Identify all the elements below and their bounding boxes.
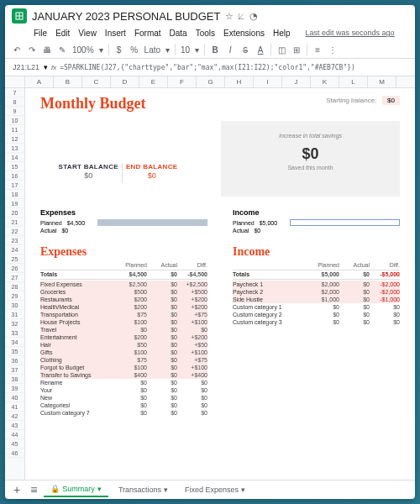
menu-view[interactable]: View [78,29,97,38]
sheets-logo-icon[interactable] [12,8,27,24]
row-header[interactable]: 11 [5,125,24,134]
row-header[interactable]: 41 [5,402,24,412]
row-header[interactable]: 24 [5,245,24,255]
row-header[interactable]: 33 [5,328,24,338]
row-header[interactable]: 13 [5,144,24,153]
table-row[interactable]: House Projects$100$0+$100 [40,318,207,326]
cloud-icon[interactable]: ◔ [249,11,258,22]
table-row[interactable]: Custom category 3$0$0$0 [233,318,400,326]
chevron-down-icon[interactable]: ▾ [99,45,103,55]
table-row[interactable]: Paycheck 1$2,000$0-$2,000 [233,281,400,288]
bold-icon[interactable]: B [210,45,220,55]
table-row[interactable]: Categories!$0$0$0 [40,402,207,409]
row-header[interactable]: 40 [5,393,24,402]
font-select[interactable]: Lato [144,45,160,55]
chevron-down-icon[interactable]: ▾ [195,45,199,55]
row-header[interactable]: 23 [5,236,24,245]
row-header[interactable]: 10 [5,116,24,125]
col-header[interactable]: A [25,76,54,87]
text-color-icon[interactable]: A [255,45,265,55]
tab-fixed-expenses[interactable]: Fixed Expenses▾ [178,483,252,496]
col-header[interactable]: I [254,76,282,87]
menu-insert[interactable]: Insert [105,29,126,38]
row-header[interactable]: 25 [5,255,24,264]
row-header[interactable]: 46 [5,449,24,458]
row-header[interactable]: 44 [5,430,24,439]
sheet-content[interactable]: Monthly Budget Starting balance: $0 STAR… [25,88,415,423]
row-header[interactable]: 30 [5,301,24,310]
row-header[interactable]: 18 [5,190,24,199]
table-row[interactable]: Clothing$75$0+$75 [40,356,207,364]
starting-balance-value[interactable]: $0 [382,96,400,105]
table-row[interactable]: Travel$0$0$0 [40,326,207,333]
row-header[interactable]: 39 [5,384,24,393]
row-header[interactable]: 45 [5,439,24,449]
col-header[interactable]: E [139,76,168,87]
table-row[interactable]: Transfer to Savings$400$0+$400 [40,371,207,379]
currency-icon[interactable]: $ [114,45,124,55]
row-header[interactable]: 31 [5,310,24,319]
formula-input[interactable]: =SPARKLINE(J27,{"charttype","bar";"max",… [60,64,355,71]
fontsize-select[interactable]: 10 [181,45,190,55]
row-header[interactable]: 36 [5,356,24,365]
row-header[interactable]: 8 [5,97,24,107]
menu-help[interactable]: Help [273,29,291,38]
row-header[interactable]: 29 [5,291,24,301]
last-edit-link[interactable]: Last edit was seconds ago [306,29,395,38]
paint-format-icon[interactable]: ✎ [57,45,67,55]
col-header[interactable]: J [282,76,311,87]
move-icon[interactable]: ⟀ [239,11,244,21]
col-header[interactable]: F [168,76,197,87]
tab-transactions[interactable]: Transactions▾ [112,483,175,496]
row-header[interactable]: 21 [5,218,24,227]
row-header[interactable]: 7 [5,88,24,97]
row-header[interactable]: 19 [5,199,24,208]
table-row[interactable]: Custom category 1$0$0$0 [233,303,400,311]
row-header[interactable]: 9 [5,107,24,116]
table-row[interactable]: Fixed Expenses$2,500$0+$2,500 [40,281,207,288]
table-row[interactable]: Transportation$75$0+$75 [40,311,207,318]
menu-format[interactable]: Format [134,29,161,38]
table-row[interactable]: Forgot to Budget$100$0+$100 [40,364,207,371]
col-header[interactable]: M [368,76,396,87]
table-row[interactable]: Custom category 7$0$0$0 [40,409,207,417]
chevron-down-icon[interactable]: ▾ [165,45,170,55]
row-header[interactable]: 16 [5,171,24,181]
table-row[interactable]: Groceries$500$0+$500 [40,288,207,296]
row-header[interactable]: 27 [5,273,24,282]
menu-extensions[interactable]: Extensions [223,29,265,38]
col-header[interactable]: B [54,76,82,87]
row-header[interactable]: 43 [5,421,24,430]
chevron-down-icon[interactable]: ▾ [44,63,48,71]
table-row[interactable]: Gifts$100$0+$100 [40,349,207,356]
col-header[interactable]: G [197,76,225,87]
row-header[interactable]: 12 [5,134,24,144]
name-box[interactable]: J21:L21 [10,60,44,74]
align-icon[interactable]: ≡ [312,45,323,55]
chevron-down-icon[interactable]: ▾ [97,485,102,493]
strike-icon[interactable]: S̶ [240,45,250,55]
row-header[interactable]: 17 [5,181,24,190]
table-row[interactable]: Hair$50$0+$50 [40,341,207,349]
redo-icon[interactable]: ↷ [27,45,37,55]
table-row[interactable]: Restaurants$200$0+$200 [40,296,207,303]
percent-icon[interactable]: % [129,45,139,55]
table-row[interactable]: Rename$0$0$0 [40,379,207,386]
row-header[interactable]: 38 [5,375,24,384]
table-row[interactable]: Paycheck 2$2,000$0-$2,000 [233,288,400,296]
all-sheets-icon[interactable]: ≡ [27,483,40,496]
more-icon[interactable]: ⋮ [328,45,338,55]
zoom-select[interactable]: 100% [72,45,94,55]
tab-summary[interactable]: 🔒Summary▾ [44,482,108,497]
table-row[interactable]: Custom category 2$0$0$0 [233,311,400,318]
row-header[interactable]: 28 [5,282,24,291]
menu-file[interactable]: File [34,29,47,38]
col-header[interactable]: D [111,76,139,87]
col-header[interactable]: C [82,76,111,87]
row-header[interactable]: 14 [5,153,24,162]
row-header[interactable]: 26 [5,264,24,273]
col-header[interactable]: L [339,76,368,87]
row-header[interactable]: 20 [5,208,24,218]
table-row[interactable]: Side Hustle$1,000$0-$1,000 [233,296,400,303]
row-header[interactable]: 22 [5,227,24,236]
